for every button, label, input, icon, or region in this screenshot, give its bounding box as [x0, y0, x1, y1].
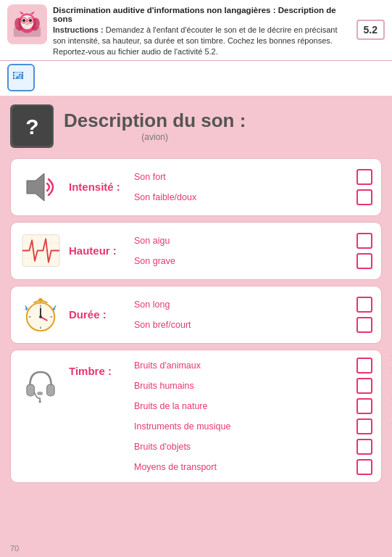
- owl-logo: [7, 4, 47, 44]
- option-moyens-transport: Moyens de transport: [134, 459, 372, 475]
- hauteur-card: Hauteur : Son aigu Son grave: [10, 222, 382, 280]
- svg-marker-10: [20, 12, 24, 15]
- svg-rect-49: [47, 384, 54, 396]
- svg-point-7: [22, 19, 26, 22]
- svg-text:✦: ✦: [51, 306, 57, 313]
- hauteur-options: Son aigu Son grave: [134, 233, 372, 269]
- son-grave-checkbox[interactable]: [356, 253, 372, 269]
- svg-point-8: [29, 19, 33, 22]
- svg-marker-11: [30, 12, 35, 15]
- son-long-label: Son long: [134, 300, 170, 310]
- option-bruits-nature: Bruits de la nature: [134, 398, 372, 414]
- svg-text:✦: ✦: [24, 306, 29, 313]
- son-grave-label: Son grave: [134, 256, 175, 266]
- bruits-nature-checkbox[interactable]: [356, 398, 372, 414]
- header: Discrimination auditive d'informations n…: [0, 0, 392, 61]
- moyens-transport-checkbox[interactable]: [356, 459, 372, 475]
- header-title: Discrimination auditive d'informations n…: [53, 6, 351, 23]
- description-title: Description du son :: [64, 110, 246, 132]
- timbre-label: Timbre :: [69, 365, 127, 377]
- page-number: 70: [10, 544, 19, 553]
- hauteur-icon: [20, 230, 62, 272]
- intensite-icon: [20, 166, 62, 208]
- bruits-objets-checkbox[interactable]: [356, 439, 372, 455]
- svg-rect-23: [22, 78, 24, 79]
- svg-point-14: [16, 76, 19, 79]
- page: Discrimination auditive d'informations n…: [0, 0, 392, 557]
- son-faible-label: Son faible/doux: [134, 192, 196, 202]
- option-son-bref: Son bref/court: [134, 317, 372, 333]
- bruits-animaux-label: Bruits d'animaux: [134, 360, 201, 371]
- intensite-options: Son fort Son faible/doux: [134, 169, 372, 205]
- timbre-card: Timbre : Bruits d'animaux Bruits humains…: [10, 350, 382, 483]
- header-instructions: Instructions : Demandez à l'enfant d'éco…: [53, 25, 351, 47]
- svg-point-42: [39, 315, 42, 318]
- option-son-fort: Son fort: [134, 169, 372, 185]
- svg-rect-20: [13, 78, 14, 79]
- duree-label: Durée :: [69, 308, 127, 321]
- son-bref-checkbox[interactable]: [356, 317, 372, 333]
- description-text-block: Description du son : (avion): [64, 110, 246, 142]
- duree-card: ✦ ✦ Durée : Son long Son bref/court: [10, 286, 382, 344]
- svg-rect-18: [13, 72, 14, 73]
- hauteur-label: Hauteur :: [69, 244, 127, 257]
- description-subtitle: (avion): [64, 132, 246, 142]
- svg-point-50: [38, 400, 41, 403]
- instruments-label: Instruments de musique: [134, 421, 230, 432]
- duree-options: Son long Son bref/court: [134, 297, 372, 333]
- instructions-label: Instructions :: [53, 25, 106, 34]
- option-bruits-objets: Bruits d'objets: [134, 439, 372, 455]
- header-note: Reportez-vous au fichier audio de l'acti…: [53, 47, 351, 56]
- option-son-grave: Son grave: [134, 253, 372, 269]
- duree-icon: ✦ ✦: [20, 294, 62, 336]
- instruments-checkbox[interactable]: [356, 418, 372, 434]
- option-bruits-animaux: Bruits d'animaux: [134, 358, 372, 374]
- option-son-faible: Son faible/doux: [134, 189, 372, 205]
- svg-rect-19: [13, 75, 14, 76]
- svg-rect-51: [38, 392, 43, 394]
- son-fort-label: Son fort: [134, 172, 166, 182]
- son-fort-checkbox[interactable]: [356, 169, 372, 185]
- audio-icon[interactable]: [7, 64, 35, 91]
- son-long-checkbox[interactable]: [356, 297, 372, 313]
- bruits-nature-label: Bruits de la nature: [134, 401, 207, 411]
- bruits-humains-label: Bruits humains: [134, 381, 194, 391]
- bruits-animaux-checkbox[interactable]: [356, 358, 372, 374]
- timbre-icon: [20, 365, 62, 407]
- bruits-humains-checkbox[interactable]: [356, 378, 372, 394]
- son-bref-label: Son bref/court: [134, 320, 191, 330]
- svg-rect-48: [27, 384, 34, 396]
- timbre-options: Bruits d'animaux Bruits humains Bruits d…: [134, 358, 372, 475]
- son-faible-checkbox[interactable]: [356, 189, 372, 205]
- audio-row: [0, 61, 392, 96]
- svg-rect-21: [22, 72, 24, 73]
- svg-rect-22: [22, 75, 24, 76]
- intensite-card: Intensité : Son fort Son faible/doux: [10, 158, 382, 216]
- son-aigu-label: Son aigu: [134, 236, 170, 246]
- option-instruments: Instruments de musique: [134, 418, 372, 434]
- intensite-label: Intensité :: [69, 181, 127, 193]
- main-content: ? Description du son : (avion) Intensité…: [0, 96, 392, 557]
- svg-text:?: ?: [25, 115, 38, 139]
- svg-point-43: [38, 298, 43, 302]
- bruits-objets-label: Bruits d'objets: [134, 442, 191, 452]
- section-badge: 5.2: [356, 20, 385, 40]
- question-icon: ?: [10, 104, 54, 148]
- svg-marker-26: [27, 173, 44, 201]
- header-text: Discrimination auditive d'informations n…: [53, 4, 351, 56]
- option-bruits-humains: Bruits humains: [134, 378, 372, 394]
- option-son-long: Son long: [134, 297, 372, 313]
- description-section: ? Description du son : (avion): [10, 102, 382, 152]
- moyens-transport-label: Moyens de transport: [134, 462, 217, 472]
- son-aigu-checkbox[interactable]: [356, 233, 372, 249]
- option-son-aigu: Son aigu: [134, 233, 372, 249]
- svg-rect-16: [19, 74, 22, 75]
